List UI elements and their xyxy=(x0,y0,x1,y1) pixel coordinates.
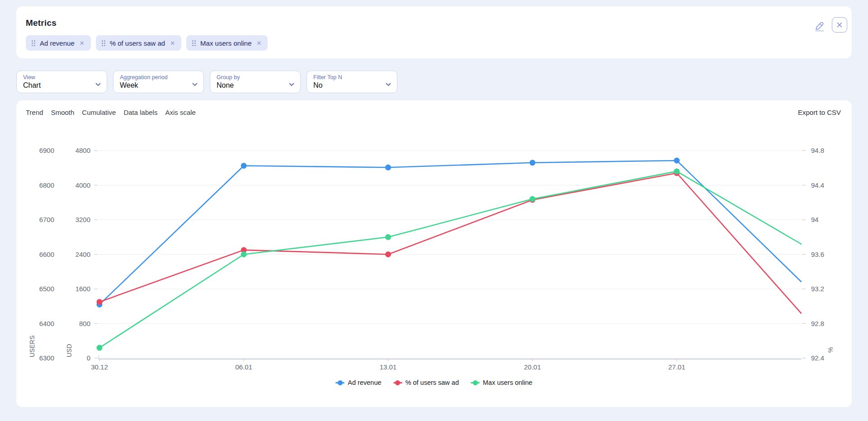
svg-text:0: 0 xyxy=(87,354,90,362)
x-axis-labels: 30.1206.0113.0120.0127.01 xyxy=(91,363,685,371)
pencil-icon xyxy=(813,18,826,32)
axis-title-users: USERS xyxy=(28,336,36,357)
svg-text:1600: 1600 xyxy=(75,285,90,293)
chart-canvas[interactable]: 6300640065006600670068006900080016002400… xyxy=(16,127,852,373)
chip-remove-icon[interactable]: ✕ xyxy=(169,39,176,47)
filter-dropdown-aggregation-period[interactable]: Aggregation period Week xyxy=(113,71,204,93)
legend-label: Max users online xyxy=(483,379,533,386)
svg-text:6800: 6800 xyxy=(39,181,54,189)
metric-chip-label: Ad revenue xyxy=(40,39,75,47)
dropdown-label: Aggregation period xyxy=(120,74,190,80)
svg-text:94.4: 94.4 xyxy=(811,181,824,189)
axis-labels-users: 6300640065006600670068006900 xyxy=(39,147,54,362)
panel-title: Metrics xyxy=(26,18,842,28)
toolbar-option-trend[interactable]: Trend xyxy=(26,109,43,116)
dropdown-selected-value: Chart xyxy=(23,81,93,90)
svg-text:27.01: 27.01 xyxy=(668,363,685,371)
data-point xyxy=(97,299,103,305)
metric-chips-row: Ad revenue ✕ % of users saw ad ✕ xyxy=(26,35,842,51)
svg-text:13.01: 13.01 xyxy=(380,363,397,371)
svg-text:6700: 6700 xyxy=(39,216,54,223)
drag-handle-icon[interactable] xyxy=(31,40,36,47)
edit-button[interactable] xyxy=(812,17,827,33)
filters-row: View Chart Aggregation period Week Group… xyxy=(16,71,397,93)
axis-title-percent: % xyxy=(827,347,834,353)
metric-chip-label: % of users saw ad xyxy=(110,39,165,47)
series-line xyxy=(99,171,801,348)
panel-actions xyxy=(812,17,847,33)
axis-labels-usd: 080016002400320040004800 xyxy=(75,147,90,362)
filter-dropdown-filter-top-n[interactable]: Filter Top N No xyxy=(307,71,397,93)
svg-text:94.8: 94.8 xyxy=(811,147,824,154)
axis-title-usd: USD xyxy=(66,344,73,357)
svg-text:20.01: 20.01 xyxy=(524,363,541,371)
legend-label: % of users saw ad xyxy=(406,379,459,386)
toolbar-option-cumulative[interactable]: Cumulative xyxy=(82,109,116,116)
data-point xyxy=(241,163,247,169)
svg-text:94: 94 xyxy=(811,216,819,223)
svg-text:93.6: 93.6 xyxy=(811,251,824,258)
chart-legend: Ad revenue % of users saw ad Max users o… xyxy=(16,379,852,386)
svg-text:6400: 6400 xyxy=(39,320,54,327)
data-point xyxy=(385,234,391,240)
metric-chip-label: Max users online xyxy=(200,39,251,47)
data-point xyxy=(674,168,680,174)
legend-marker-icon xyxy=(471,380,480,385)
dropdown-selected-value: None xyxy=(217,81,287,90)
chart-toolbar-options: TrendSmoothCumulativeData labelsAxis sca… xyxy=(26,109,196,116)
legend-marker-icon xyxy=(393,380,402,385)
svg-text:6500: 6500 xyxy=(39,285,54,293)
metric-chip[interactable]: % of users saw ad ✕ xyxy=(96,35,181,51)
chip-remove-icon[interactable]: ✕ xyxy=(79,39,85,47)
data-point xyxy=(674,158,680,164)
toolbar-option-data-labels[interactable]: Data labels xyxy=(123,109,157,116)
close-icon xyxy=(836,22,843,28)
axis-labels-percent: 92.492.893.293.69494.494.8 xyxy=(811,147,824,362)
close-panel-button[interactable] xyxy=(832,17,847,33)
svg-text:30.12: 30.12 xyxy=(91,363,108,371)
dropdown-selected-value: Week xyxy=(120,81,190,90)
series-line xyxy=(99,173,801,313)
legend-item[interactable]: % of users saw ad xyxy=(393,379,459,386)
chevron-down-icon xyxy=(289,80,294,88)
svg-text:6900: 6900 xyxy=(39,147,54,154)
metric-chip[interactable]: Max users online ✕ xyxy=(186,35,268,51)
legend-item[interactable]: Max users online xyxy=(471,379,533,386)
dropdown-selected-value: No xyxy=(313,81,383,90)
metrics-panel: Metrics Ad revenue ✕ % of xyxy=(16,6,852,58)
filter-dropdown-view[interactable]: View Chart xyxy=(16,71,107,93)
toolbar-option-axis-scale[interactable]: Axis scale xyxy=(165,109,196,116)
filter-dropdown-group-by[interactable]: Group by None xyxy=(210,71,301,93)
chip-remove-icon[interactable]: ✕ xyxy=(256,39,263,47)
dropdown-label: View xyxy=(23,74,93,80)
svg-text:92.4: 92.4 xyxy=(811,354,824,362)
dropdown-label: Filter Top N xyxy=(313,74,383,80)
svg-text:3200: 3200 xyxy=(75,216,90,223)
data-point xyxy=(529,160,535,166)
export-to-csv-button[interactable]: Export to CSV xyxy=(798,109,841,116)
svg-text:2400: 2400 xyxy=(75,251,90,258)
data-point xyxy=(529,196,535,202)
svg-text:4800: 4800 xyxy=(75,147,90,154)
svg-text:6300: 6300 xyxy=(39,354,54,362)
drag-handle-icon[interactable] xyxy=(192,40,196,47)
toolbar-option-smooth[interactable]: Smooth xyxy=(51,109,75,116)
svg-text:6600: 6600 xyxy=(39,251,54,258)
legend-marker-icon xyxy=(335,380,344,385)
data-point xyxy=(241,251,247,257)
metric-chip[interactable]: Ad revenue ✕ xyxy=(26,35,91,51)
svg-text:06.01: 06.01 xyxy=(235,363,252,371)
gridlines xyxy=(99,151,801,358)
chart-panel: TrendSmoothCumulativeData labelsAxis sca… xyxy=(16,100,852,407)
chevron-down-icon xyxy=(386,80,391,88)
data-point xyxy=(385,165,391,170)
legend-label: Ad revenue xyxy=(348,379,381,386)
svg-text:93.2: 93.2 xyxy=(811,285,824,293)
dropdown-label: Group by xyxy=(217,74,287,80)
data-point xyxy=(97,345,103,351)
svg-text:800: 800 xyxy=(79,320,90,327)
legend-item[interactable]: Ad revenue xyxy=(335,379,381,386)
drag-handle-icon[interactable] xyxy=(101,40,106,47)
svg-text:4000: 4000 xyxy=(75,181,90,189)
chevron-down-icon xyxy=(95,80,101,88)
